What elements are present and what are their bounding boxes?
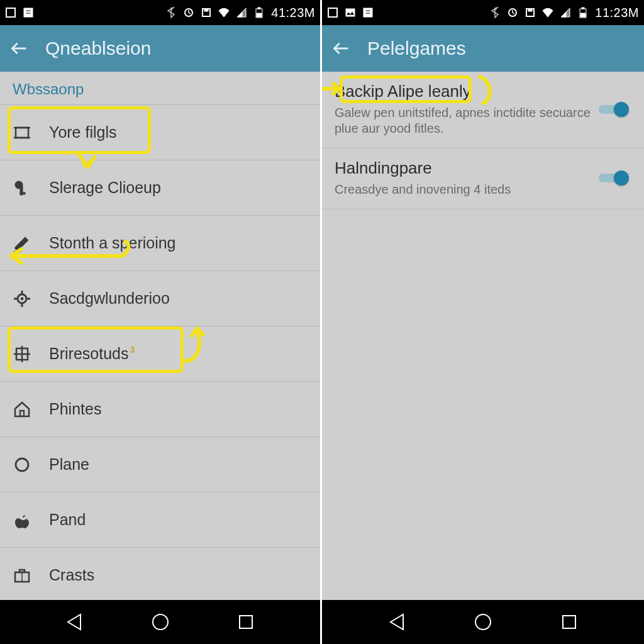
nav-home-button[interactable] xyxy=(149,611,172,633)
badge: 3 xyxy=(130,345,135,355)
appbar-title: Qneablseion xyxy=(45,38,151,59)
svg-rect-35 xyxy=(240,616,252,628)
sync-icon xyxy=(507,7,518,18)
app-bar: Qneablseion xyxy=(0,25,320,72)
svg-rect-9 xyxy=(257,13,262,17)
svg-rect-6 xyxy=(204,9,208,11)
menu-item[interactable]: Slerage Clioeup xyxy=(0,160,320,216)
setting-description: Creasdye and inovening 4 iteds xyxy=(335,182,591,197)
setting-title: Halndingpare xyxy=(335,158,591,178)
wifi-icon xyxy=(218,7,230,18)
wifi-icon xyxy=(542,7,553,18)
status-bar: 41:23M xyxy=(0,0,320,25)
nav-recent-button[interactable] xyxy=(235,611,257,633)
menu-item[interactable]: Pand xyxy=(0,492,320,548)
status-bar: 11:23M xyxy=(322,0,644,25)
key-icon xyxy=(13,179,31,197)
setting-title: Backip Alipe leanly xyxy=(335,82,591,101)
menu-item-label: Crasts xyxy=(49,566,94,584)
target-icon xyxy=(13,289,31,308)
section-header: Wbssaonp xyxy=(0,72,320,104)
case-icon xyxy=(13,566,31,585)
svg-rect-39 xyxy=(365,10,370,11)
menu-item-label: Pand xyxy=(49,511,86,529)
back-button[interactable] xyxy=(10,40,28,57)
save-icon xyxy=(525,7,536,18)
menu-item-label: Briresotuds3 xyxy=(49,345,135,363)
nav-home-button[interactable] xyxy=(472,611,494,633)
save-icon xyxy=(201,7,212,18)
svg-point-19 xyxy=(21,297,23,300)
nav-back-button[interactable] xyxy=(386,611,408,633)
setting-item[interactable]: Backip Alipe leanlyGalew pen unitstifed,… xyxy=(322,72,644,148)
menu-item-label: Phintes xyxy=(49,400,101,418)
menu-item[interactable]: Sacdgwlunderioo xyxy=(0,271,320,326)
svg-marker-33 xyxy=(68,614,80,630)
menu-item[interactable]: Briresotuds3 xyxy=(0,326,320,382)
nav-bar xyxy=(0,600,320,644)
menu-item[interactable]: Plane xyxy=(0,437,320,492)
nav-recent-button[interactable] xyxy=(558,611,580,633)
notif-square-icon xyxy=(327,7,338,18)
svg-rect-2 xyxy=(26,10,31,11)
battery-icon xyxy=(577,7,589,18)
content-right: Backip Alipe leanlyGalew pen unitstifed,… xyxy=(322,72,644,600)
notif-picture-icon xyxy=(345,7,356,18)
svg-rect-3 xyxy=(26,13,31,14)
svg-point-34 xyxy=(153,614,168,630)
setting-description: Galew pen unitstifed, apnes inctidite se… xyxy=(335,105,591,136)
back-button[interactable] xyxy=(332,40,350,57)
svg-marker-49 xyxy=(391,614,403,630)
svg-rect-40 xyxy=(365,13,370,14)
svg-rect-11 xyxy=(16,128,28,138)
notif-square-icon xyxy=(5,7,16,18)
toggle-switch[interactable] xyxy=(599,169,631,187)
phone-left: 41:23M Qneablseion Wbssaonp Yore filglsS… xyxy=(0,0,322,644)
setting-item[interactable]: HalndingpareCreasdye and inovening 4 ite… xyxy=(322,148,644,209)
svg-rect-0 xyxy=(6,8,15,17)
appbar-title: Pelelgames xyxy=(367,38,466,59)
svg-rect-27 xyxy=(20,411,24,416)
svg-rect-8 xyxy=(258,8,260,9)
pen-icon xyxy=(13,234,31,253)
svg-rect-46 xyxy=(580,13,586,17)
menu-item[interactable]: Phintes xyxy=(0,382,320,437)
notif-app-icon xyxy=(23,7,34,18)
menu-item[interactable]: Stonth a sperioing xyxy=(0,216,320,271)
content-left: Wbssaonp Yore filglsSlerage ClioeupStont… xyxy=(0,72,320,600)
circle-icon xyxy=(13,455,31,474)
menu-item[interactable]: Crasts xyxy=(0,548,320,600)
battery-icon xyxy=(253,7,265,18)
app-bar: Pelelgames xyxy=(322,25,644,72)
nav-back-button[interactable] xyxy=(63,611,86,633)
bluetooth-icon xyxy=(489,7,501,18)
menu-item-label: Plane xyxy=(49,455,89,474)
svg-point-50 xyxy=(475,614,491,630)
notif-app-icon xyxy=(362,7,374,18)
status-time: 41:23M xyxy=(271,6,315,20)
frame-icon xyxy=(13,123,31,142)
svg-rect-43 xyxy=(528,9,532,11)
signal-icon xyxy=(560,7,571,18)
apple-icon xyxy=(13,511,31,530)
svg-rect-45 xyxy=(582,8,584,9)
svg-rect-16 xyxy=(20,192,25,194)
phone-right: 11:23M Pelelgames Backip Alipe leanlyGal… xyxy=(322,0,644,644)
menu-item-label: Yore filgls xyxy=(49,123,116,142)
svg-rect-36 xyxy=(328,8,337,17)
menu-item-label: Slerage Clioeup xyxy=(49,179,161,197)
status-time: 11:23M xyxy=(595,6,639,20)
svg-rect-30 xyxy=(19,570,25,572)
svg-rect-51 xyxy=(563,616,575,628)
grid-icon xyxy=(13,345,31,364)
svg-point-28 xyxy=(16,458,28,471)
menu-item[interactable]: Yore filgls xyxy=(0,105,320,160)
sync-icon xyxy=(183,7,194,18)
signal-icon xyxy=(236,7,247,18)
menu-item-label: Sacdgwlunderioo xyxy=(49,289,170,308)
home-icon xyxy=(13,400,31,419)
toggle-switch[interactable] xyxy=(599,101,631,118)
nav-bar xyxy=(322,600,644,644)
bluetooth-icon xyxy=(165,7,177,18)
menu-item-label: Stonth a sperioing xyxy=(49,234,176,252)
